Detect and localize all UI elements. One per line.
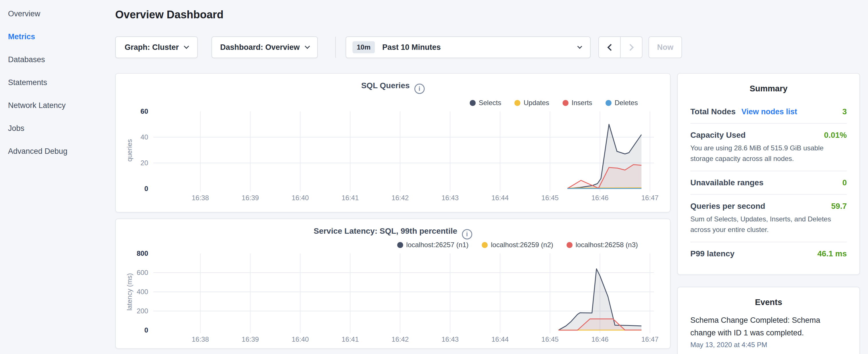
summary-title: Summary	[690, 74, 847, 100]
time-range-selector[interactable]: 10m Past 10 Minutes	[346, 36, 591, 58]
event-message: Schema Change Completed: Schema change w…	[690, 314, 847, 339]
chart-title-text: SQL Queries	[361, 81, 409, 90]
now-button[interactable]: Now	[649, 36, 682, 58]
x-tick-label: 16:43	[432, 194, 469, 202]
events-title: Events	[690, 287, 847, 314]
x-tick-label: 16:42	[381, 335, 419, 344]
legend-item[interactable]: localhost:26259 (n2)	[482, 241, 553, 249]
legend-label: Updates	[524, 99, 549, 107]
view-nodes-list-link[interactable]: View nodes list	[741, 107, 797, 116]
chart-canvas	[153, 254, 654, 334]
summary-label: Queries per second	[690, 202, 765, 211]
summary-row-queries-per-second: Queries per second 59.7 Sum of Selects, …	[690, 195, 847, 242]
x-tick-label: 16:46	[582, 194, 619, 202]
legend-dot-icon	[515, 100, 520, 106]
x-tick-label: 16:42	[381, 194, 419, 202]
legend-dot-icon	[606, 100, 612, 106]
x-tick-label: 16:46	[582, 335, 619, 344]
summary-label: Unavailable ranges	[690, 178, 764, 187]
sidebar-item-overview[interactable]: Overview	[0, 2, 106, 25]
legend-label: Selects	[479, 99, 501, 107]
y-tick-label: 600	[118, 268, 148, 278]
legend-item[interactable]: Deletes	[606, 99, 638, 107]
dashboard-dropdown-label: Dashboard: Overview	[220, 43, 300, 52]
summary-panel: Summary Total Nodes View nodes list 3 Ca…	[677, 73, 860, 275]
time-prev-button[interactable]	[598, 36, 620, 58]
y-tick-label: 60	[118, 106, 148, 116]
chevron-right-icon	[627, 44, 633, 51]
legend-label: localhost:26259 (n2)	[491, 241, 553, 249]
x-tick-label: 16:47	[631, 194, 669, 202]
summary-row-capacity-used: Capacity Used 0.01% You are using 28.6 M…	[690, 124, 847, 171]
legend-item[interactable]: localhost:26258 (n3)	[566, 241, 638, 249]
summary-label: Total Nodes	[690, 107, 736, 116]
chart-legend: SelectsUpdatesInsertsDeletes	[470, 99, 638, 107]
legend-dot-icon	[562, 100, 568, 106]
x-tick-label: 16:38	[182, 335, 219, 344]
chart-title-text: Service Latency: SQL, 99th percentile	[313, 227, 457, 235]
chart-legend: localhost:26257 (n1)localhost:26259 (n2)…	[397, 241, 638, 249]
chevron-down-icon	[305, 43, 310, 49]
legend-item[interactable]: localhost:26257 (n1)	[397, 241, 468, 249]
time-step-buttons	[598, 36, 643, 58]
legend-label: localhost:26257 (n1)	[406, 241, 468, 249]
legend-item[interactable]: Inserts	[562, 99, 592, 107]
x-tick-label: 16:40	[282, 194, 319, 202]
legend-item[interactable]: Selects	[470, 99, 501, 107]
time-range-badge: 10m	[352, 41, 375, 53]
legend-dot-icon	[482, 242, 488, 248]
x-tick-label: 16:47	[631, 335, 669, 344]
x-tick-label: 16:41	[332, 335, 369, 344]
summary-row-total-nodes: Total Nodes View nodes list 3	[690, 100, 847, 124]
x-tick-label: 16:41	[332, 194, 369, 202]
sidebar-item-statements[interactable]: Statements	[0, 71, 106, 94]
sidebar-item-jobs[interactable]: Jobs	[0, 117, 106, 140]
graph-dropdown[interactable]: Graph: Cluster	[115, 36, 198, 58]
legend-label: Deletes	[615, 99, 638, 107]
chart-title: SQL Queriesi	[116, 81, 670, 94]
page-title: Overview Dashboard	[115, 9, 223, 21]
y-tick-label: 40	[118, 132, 148, 142]
legend-dot-icon	[470, 100, 476, 106]
x-tick-label: 16:45	[531, 194, 568, 202]
summary-value: 46.1 ms	[817, 249, 847, 258]
summary-description: You are using 28.6 MiB of 515.9 GiB usab…	[690, 142, 847, 164]
service-latency-chart-card: Service Latency: SQL, 99th percentilei l…	[115, 219, 671, 349]
dashboard-dropdown[interactable]: Dashboard: Overview	[212, 36, 318, 58]
legend-label: localhost:26258 (n3)	[576, 241, 638, 249]
sql-queries-plot[interactable]: 020406016:3816:3916:4016:4116:4216:4316:…	[153, 111, 654, 189]
chevron-down-icon	[578, 44, 582, 49]
y-tick-label: 0	[118, 325, 148, 335]
chart-title: Service Latency: SQL, 99th percentilei	[116, 227, 670, 239]
y-tick-label: 400	[118, 287, 148, 297]
summary-value: 59.7	[831, 202, 847, 211]
time-next-button[interactable]	[620, 36, 643, 58]
sidebar-item-databases[interactable]: Databases	[0, 48, 106, 71]
app-root: Overview Metrics Databases Statements Ne…	[0, 0, 868, 354]
summary-description: Sum of Selects, Updates, Inserts, and De…	[690, 214, 847, 235]
chart-canvas	[153, 111, 654, 192]
x-tick-label: 16:39	[231, 335, 269, 344]
sidebar-item-metrics[interactable]: Metrics	[0, 25, 106, 48]
y-tick-label: 0	[118, 184, 148, 194]
summary-label: P99 latency	[690, 249, 735, 258]
summary-row-p99-latency: P99 latency 46.1 ms	[690, 242, 847, 265]
legend-item[interactable]: Updates	[515, 99, 549, 107]
x-tick-label: 16:43	[432, 335, 469, 344]
controls-divider	[335, 37, 336, 58]
info-icon[interactable]: i	[462, 229, 472, 239]
time-range-label: Past 10 Minutes	[382, 43, 441, 52]
service-latency-plot[interactable]: 020040060080016:3816:3916:4016:4116:4216…	[153, 254, 654, 330]
y-tick-label: 20	[118, 158, 148, 168]
y-tick-label: 200	[118, 306, 148, 316]
chevron-left-icon	[607, 44, 614, 51]
sidebar-item-advanced-debug[interactable]: Advanced Debug	[0, 140, 106, 163]
event-item[interactable]: Schema Change Completed: Schema change w…	[690, 314, 847, 349]
summary-row-unavailable-ranges: Unavailable ranges 0	[690, 171, 847, 195]
summary-value: 0.01%	[824, 131, 847, 140]
sql-queries-chart-card: SQL Queriesi SelectsUpdatesInsertsDelete…	[115, 73, 671, 213]
x-tick-label: 16:38	[182, 194, 219, 202]
legend-label: Inserts	[572, 99, 592, 107]
info-icon[interactable]: i	[414, 84, 425, 94]
sidebar-item-network-latency[interactable]: Network Latency	[0, 94, 106, 117]
